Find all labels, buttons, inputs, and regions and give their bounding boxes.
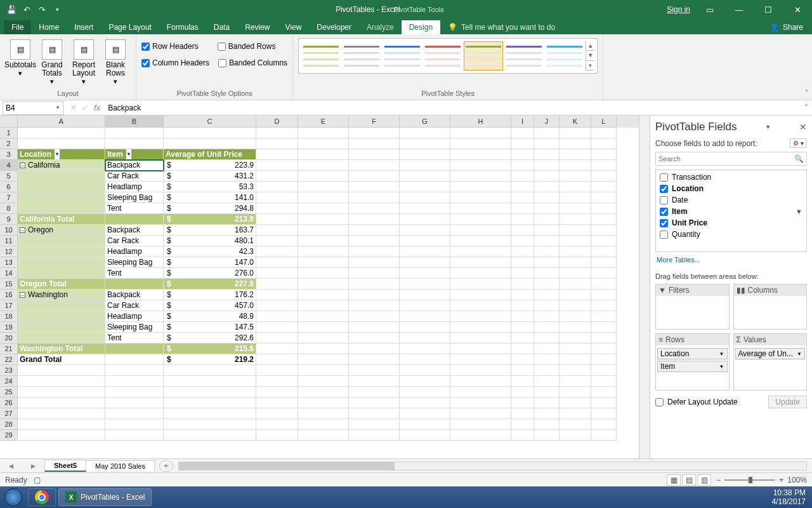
pivot-value-cell[interactable]: $480.1 xyxy=(164,236,256,246)
tab-formulas[interactable]: Formulas xyxy=(159,20,206,34)
save-icon[interactable]: 💾 xyxy=(5,3,18,16)
redo-icon[interactable]: ↷ xyxy=(36,3,48,16)
pivot-group-name[interactable]: −Washington xyxy=(18,290,105,300)
grid-row[interactable]: 20Tent$292.6 xyxy=(0,333,639,344)
grid-row[interactable]: 9California Total$213.9 xyxy=(0,214,639,225)
zoom-out-button[interactable]: − xyxy=(716,476,721,485)
row-headers-checkbox[interactable]: Row Headers xyxy=(141,41,199,52)
defer-update-checkbox[interactable] xyxy=(655,398,664,406)
row-header[interactable]: 16 xyxy=(0,290,18,300)
row-header[interactable]: 23 xyxy=(0,365,18,376)
horizontal-scrollbar[interactable] xyxy=(178,462,807,471)
sign-in-link[interactable]: Sign in xyxy=(667,5,690,14)
pivot-value-cell[interactable]: $294.8 xyxy=(164,203,256,214)
field-filter-icon[interactable]: ▼ xyxy=(796,208,802,215)
report-layout-button[interactable]: ▤Report Layout▾ xyxy=(69,38,99,86)
grid-row[interactable]: 27 xyxy=(0,408,639,419)
grid-row[interactable]: 17Car Rack$457.0 xyxy=(0,300,639,311)
subtotals-button[interactable]: ▤Subtotals▾ xyxy=(5,38,36,78)
pivot-value-cell[interactable]: $431.2 xyxy=(164,171,256,182)
col-header[interactable]: K xyxy=(560,116,591,128)
grid-row[interactable]: 13Sleeping Bag$147.0 xyxy=(0,257,639,268)
pivot-group-name[interactable]: −Oregon xyxy=(18,225,105,236)
filter-dropdown-icon[interactable]: ▾ xyxy=(54,149,60,160)
sheet-tab[interactable]: May 2010 Sales xyxy=(86,460,155,471)
tab-developer[interactable]: Developer xyxy=(309,20,359,34)
pivot-group-name[interactable]: −California xyxy=(18,160,105,171)
more-tables-link[interactable]: More Tables... xyxy=(655,252,807,267)
pivot-item-cell[interactable]: Car Rack xyxy=(105,300,164,311)
pivot-item-cell[interactable]: Headlamp xyxy=(105,182,164,192)
pivot-value-cell[interactable]: $141.0 xyxy=(164,192,256,203)
tab-view[interactable]: View xyxy=(278,20,310,34)
row-header[interactable]: 27 xyxy=(0,408,18,419)
field-checkbox[interactable] xyxy=(660,173,668,182)
style-thumb[interactable] xyxy=(383,41,422,70)
tab-review[interactable]: Review xyxy=(237,20,277,34)
grid-row[interactable]: 11Car Rack$480.1 xyxy=(0,236,639,246)
tab-analyze[interactable]: Analyze xyxy=(359,20,402,34)
pivot-header-location[interactable]: Location▾ xyxy=(18,149,105,160)
tell-me-search[interactable]: 💡Tell me what you want to do xyxy=(440,20,563,34)
field-item[interactable]: Date xyxy=(657,194,805,206)
page-layout-view-icon[interactable]: ▤ xyxy=(682,474,696,486)
pivot-item-cell[interactable]: Car Rack xyxy=(105,236,164,246)
tab-page-layout[interactable]: Page Layout xyxy=(101,20,159,34)
style-thumb[interactable] xyxy=(342,41,381,70)
pivot-item-cell[interactable]: Sleeping Bag xyxy=(105,322,164,333)
undo-icon[interactable]: ↶ xyxy=(20,3,33,16)
field-item[interactable]: Quantity xyxy=(657,229,805,240)
spreadsheet-grid[interactable]: A B C D E F G H I J K L 123Location▾Item… xyxy=(0,116,639,458)
qat-customize-icon[interactable]: ▾ xyxy=(51,3,63,16)
row-header[interactable]: 4 xyxy=(0,160,18,171)
pivot-item-cell[interactable]: Tent xyxy=(105,268,164,279)
col-header[interactable]: L xyxy=(591,116,617,128)
filters-area[interactable]: ▼Filters xyxy=(655,284,730,330)
row-header[interactable]: 12 xyxy=(0,246,18,257)
pivot-item-cell[interactable]: Car Rack xyxy=(105,171,164,182)
pivot-item-cell[interactable]: Headlamp xyxy=(105,246,164,257)
area-chip[interactable]: Item▼ xyxy=(657,361,728,372)
row-header[interactable]: 15 xyxy=(0,279,18,290)
field-checkbox[interactable] xyxy=(660,185,668,193)
pivot-value-cell[interactable]: $147.0 xyxy=(164,257,256,268)
row-header[interactable]: 11 xyxy=(0,236,18,246)
grid-row[interactable]: 29 xyxy=(0,430,639,441)
pivot-value-cell[interactable]: $176.2 xyxy=(164,290,256,300)
row-header[interactable]: 2 xyxy=(0,138,18,149)
col-header[interactable]: J xyxy=(534,116,560,128)
zoom-level[interactable]: 100% xyxy=(787,476,807,485)
formula-input[interactable]: Backpack xyxy=(104,104,801,112)
grid-row[interactable]: 19Sleeping Bag$147.5 xyxy=(0,322,639,333)
row-header[interactable]: 13 xyxy=(0,257,18,268)
grid-row[interactable]: 12Headlamp$42.3 xyxy=(0,246,639,257)
sheet-nav[interactable]: ◄► xyxy=(0,462,44,471)
field-checkbox[interactable] xyxy=(660,219,668,227)
row-header[interactable]: 22 xyxy=(0,354,18,365)
row-header[interactable]: 10 xyxy=(0,225,18,236)
fields-dropdown-icon[interactable]: ▼ xyxy=(765,124,771,130)
grid-row[interactable]: 15Oregon Total$227.8 xyxy=(0,279,639,290)
cancel-icon[interactable]: ✕ xyxy=(70,103,77,112)
pivot-value-cell[interactable]: $163.7 xyxy=(164,225,256,236)
ribbon-display-options-icon[interactable]: ▭ xyxy=(695,0,724,19)
search-input[interactable] xyxy=(658,155,794,163)
grid-row[interactable]: 16−WashingtonBackpack$176.2 xyxy=(0,290,639,300)
grid-row[interactable]: 25 xyxy=(0,387,639,398)
row-header[interactable]: 8 xyxy=(0,203,18,214)
col-header[interactable]: A xyxy=(18,116,105,128)
grid-row[interactable]: 14Tent$276.0 xyxy=(0,268,639,279)
row-header[interactable]: 5 xyxy=(0,171,18,182)
area-chip[interactable]: Location▼ xyxy=(657,348,728,359)
sheet-tab-active[interactable]: Sheet5 xyxy=(44,460,86,472)
enter-icon[interactable]: ✓ xyxy=(82,103,89,112)
pivot-value-cell[interactable]: $53.3 xyxy=(164,182,256,192)
pivot-item-cell[interactable]: Backpack xyxy=(105,290,164,300)
filter-dropdown-icon[interactable]: ▾ xyxy=(126,149,132,160)
banded-rows-checkbox[interactable]: Banded Rows xyxy=(218,41,276,52)
start-button[interactable] xyxy=(0,486,27,508)
grid-row[interactable]: 26 xyxy=(0,398,639,408)
tab-data[interactable]: Data xyxy=(206,20,237,34)
values-area[interactable]: ΣValuesAverage of Un...▼ xyxy=(733,333,808,391)
pivot-item-cell[interactable]: Sleeping Bag xyxy=(105,192,164,203)
